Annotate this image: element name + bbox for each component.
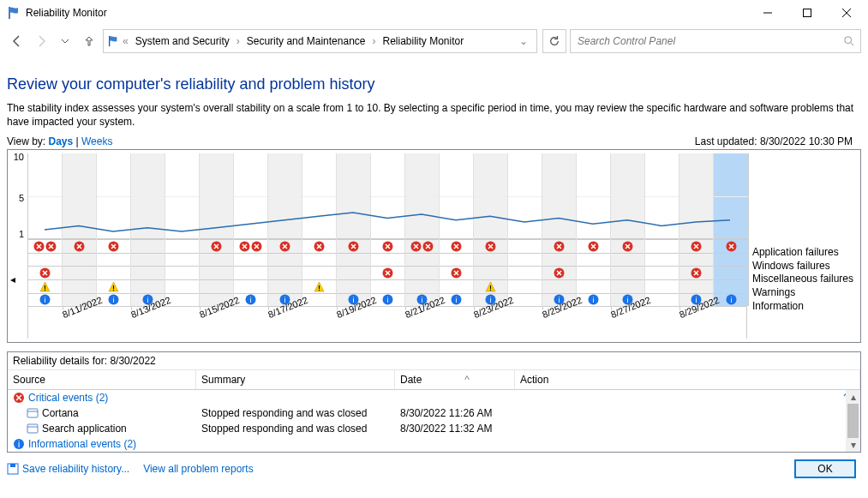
page-title: Review your computer's reliability and p…	[7, 75, 861, 93]
scroll-up-icon[interactable]: ▴	[846, 390, 860, 404]
table-row[interactable]: Search applicationStopped responding and…	[8, 421, 860, 436]
svg-text:i: i	[593, 296, 595, 304]
chart-day-column[interactable]	[508, 153, 542, 306]
address-bar[interactable]: « System and Security › Security and Mai…	[103, 29, 537, 53]
save-history-link[interactable]: Save reliability history...	[7, 463, 129, 475]
crumb-reliability-monitor[interactable]: Reliability Monitor	[379, 33, 467, 49]
col-summary[interactable]: Summary	[196, 370, 395, 389]
chart-day-column[interactable]: i	[714, 153, 748, 306]
forward-button[interactable]	[31, 31, 51, 51]
nav-row: « System and Security › Security and Mai…	[0, 26, 868, 57]
details-table: Reliability details for: 8/30/2022 Sourc…	[7, 351, 861, 453]
col-action[interactable]: Action	[515, 370, 860, 389]
last-updated: Last updated: 8/30/2022 10:30 PM	[695, 135, 853, 147]
back-button[interactable]	[7, 31, 27, 51]
chart-day-column[interactable]: i	[234, 153, 268, 306]
up-button[interactable]	[79, 31, 99, 51]
app-icon	[27, 407, 39, 419]
chart-day-column[interactable]: i	[131, 153, 165, 306]
svg-rect-70	[27, 409, 38, 417]
details-header: Reliability details for: 8/30/2022	[8, 352, 860, 370]
svg-text:i: i	[456, 296, 458, 304]
scroll-thumb[interactable]	[847, 404, 859, 438]
titlebar: Reliability Monitor	[0, 0, 868, 26]
page-description: The stability index assesses your system…	[7, 102, 861, 129]
app-icon	[27, 423, 39, 435]
viewby-row: View by: Days | Weeks	[7, 135, 112, 147]
chart-day-column[interactable]: i	[474, 153, 508, 306]
group-critical[interactable]: Critical events (2) ⌃	[8, 390, 860, 405]
chevron-right-icon[interactable]: ›	[370, 35, 377, 47]
close-button[interactable]	[827, 0, 866, 26]
scroll-down-icon[interactable]: ▾	[846, 438, 860, 452]
scrollbar[interactable]: ▴ ▾	[846, 390, 860, 452]
chart-day-column[interactable]: i	[611, 153, 645, 306]
svg-point-49	[490, 290, 491, 291]
svg-point-16	[113, 290, 114, 291]
chart-day-column[interactable]: i	[405, 153, 440, 306]
table-row[interactable]: CortanaStopped responding and was closed…	[8, 405, 860, 421]
chart-day-column[interactable]: i	[28, 153, 63, 306]
crumb-system-security[interactable]: System and Security	[132, 33, 233, 49]
view-all-reports-link[interactable]: View all problem reports	[143, 463, 254, 475]
minimize-button[interactable]	[748, 0, 787, 26]
crumb-security-maintenance[interactable]: Security and Maintenance	[243, 33, 369, 49]
search-field[interactable]	[576, 34, 838, 48]
date-axis: 8/11/20228/13/20228/15/20228/17/20228/19…	[27, 306, 747, 339]
sort-asc-icon: ^	[464, 374, 470, 386]
chart-day-column[interactable]	[63, 153, 97, 306]
svg-text:i: i	[250, 296, 252, 304]
window-title: Reliability Monitor	[26, 7, 107, 19]
app-flag-icon	[7, 6, 21, 20]
search-icon[interactable]	[843, 35, 855, 47]
refresh-button[interactable]	[542, 29, 566, 53]
svg-point-10	[45, 290, 45, 291]
chart-day-column[interactable]: i	[679, 153, 714, 306]
maximize-button[interactable]	[787, 0, 827, 26]
svg-text:i: i	[45, 296, 46, 304]
svg-rect-77	[10, 464, 15, 467]
row-legend: Application failures Windows failures Mi…	[752, 246, 853, 313]
save-icon	[7, 463, 19, 475]
y-axis: 10 5 1	[20, 153, 27, 239]
table-body: Critical events (2) ⌃ CortanaStopped res…	[8, 390, 860, 452]
group-informational[interactable]: i Informational events (2)	[8, 436, 860, 452]
svg-text:i: i	[113, 296, 115, 304]
chart-day-column[interactable]	[200, 153, 234, 306]
chart-day-column[interactable]: i	[577, 153, 611, 306]
viewby-label: View by:	[7, 135, 45, 147]
chart-day-column[interactable]: i	[542, 153, 577, 306]
col-source[interactable]: Source	[8, 370, 196, 389]
footer: Save reliability history... View all pro…	[0, 453, 868, 485]
svg-point-4	[845, 37, 852, 44]
info-icon: i	[13, 438, 25, 450]
svg-point-31	[319, 290, 320, 291]
svg-rect-1	[804, 9, 811, 17]
chart-day-column[interactable]	[645, 153, 679, 306]
col-date[interactable]: Date^	[395, 370, 515, 389]
chevron-right-icon[interactable]: ›	[235, 35, 242, 47]
chevron-down-icon[interactable]: ⌄	[518, 35, 530, 47]
chart-columns[interactable]: iiiiiiiiiiiiiii	[27, 153, 749, 306]
overflow-icon[interactable]: «	[121, 35, 130, 47]
scroll-left-button[interactable]: ◂	[8, 246, 18, 313]
chart-day-column[interactable]: i	[440, 153, 474, 306]
chart-day-column[interactable]	[302, 153, 337, 306]
error-icon	[13, 392, 25, 404]
recent-dropdown[interactable]	[55, 31, 75, 51]
table-header: Source Summary Date^ Action	[8, 370, 860, 390]
svg-line-5	[851, 43, 854, 46]
chart-day-column[interactable]	[165, 153, 200, 306]
ok-button[interactable]: OK	[794, 459, 856, 478]
svg-text:i: i	[387, 296, 389, 304]
viewby-weeks[interactable]: Weeks	[81, 135, 112, 147]
svg-text:i: i	[18, 440, 20, 449]
svg-rect-72	[27, 424, 38, 433]
viewby-days[interactable]: Days	[48, 135, 73, 147]
chart-day-column[interactable]: i	[268, 153, 302, 306]
search-input[interactable]	[570, 29, 861, 53]
chart-day-column[interactable]: i	[97, 153, 131, 306]
app-flag-icon	[107, 35, 119, 47]
chart-day-column[interactable]: i	[371, 153, 405, 306]
chart-day-column[interactable]: i	[337, 153, 371, 306]
